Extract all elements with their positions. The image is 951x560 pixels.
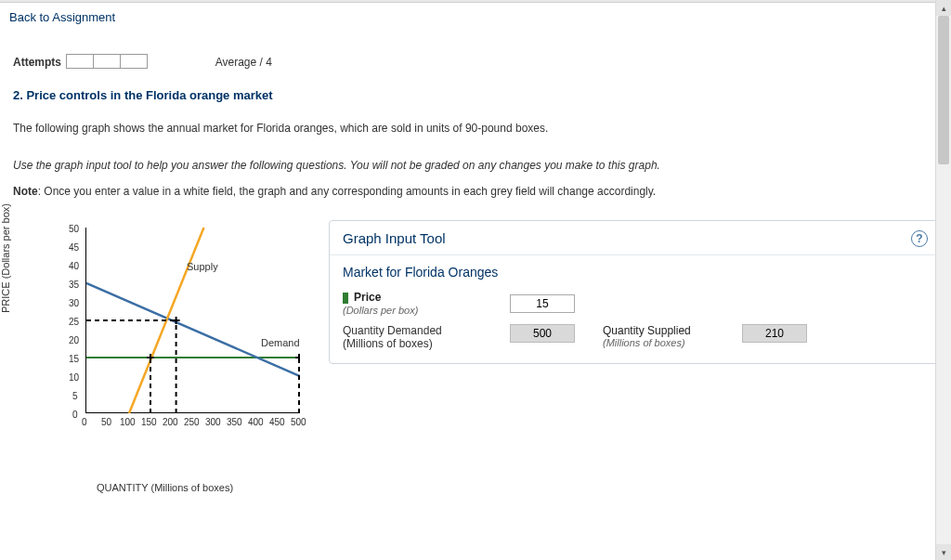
ytick-5: 5 <box>72 391 78 401</box>
xtick-300: 300 <box>205 417 221 427</box>
x-axis-label: QUANTITY (Millions of boxes) <box>97 482 233 493</box>
average-label: Average / 4 <box>215 56 272 69</box>
xtick-150: 150 <box>141 417 157 427</box>
help-icon[interactable]: ? <box>911 230 928 247</box>
qty-demanded-unit: (Millions of boxes) <box>343 337 501 350</box>
plot-svg <box>86 228 300 413</box>
qty-demanded-output <box>510 324 575 343</box>
price-input[interactable] <box>510 294 575 313</box>
scroll-down-icon[interactable]: ▾ <box>936 544 951 560</box>
ytick-35: 35 <box>69 280 79 290</box>
qty-supplied-unit: (Millions of boxes) <box>603 337 733 348</box>
xtick-200: 200 <box>163 417 178 427</box>
plot-area[interactable]: Supply Demand <box>85 228 299 413</box>
scroll-track[interactable] <box>936 16 951 544</box>
ytick-20: 20 <box>69 335 79 345</box>
ytick-25: 25 <box>69 317 79 327</box>
xtick-250: 250 <box>184 417 200 427</box>
intro-text: The following graph shows the annual mar… <box>13 121 942 137</box>
price-unit: (Dollars per box) <box>343 305 418 316</box>
attempts-label: Attempts <box>13 56 61 69</box>
note-body: : Once you enter a value in a white fiel… <box>38 185 657 198</box>
scroll-up-icon[interactable]: ▴ <box>936 0 951 16</box>
price-color-chip <box>343 293 348 304</box>
ytick-40: 40 <box>69 261 79 271</box>
y-axis-label: PRICE (Dollars per box) <box>0 203 11 313</box>
ytick-15: 15 <box>69 354 79 364</box>
graph-input-tool-panel: Graph Input Tool ? Market for Florida Or… <box>329 220 942 364</box>
attempt-slot-2 <box>93 54 121 69</box>
back-to-assignment-link[interactable]: Back to Assignment <box>9 10 115 24</box>
question-title: 2. Price controls in the Florida orange … <box>13 88 942 102</box>
qty-demanded-label: Quantity Demanded <box>343 324 501 337</box>
xtick-450: 450 <box>269 417 285 427</box>
note-text: Note: Once you enter a value in a white … <box>13 185 942 198</box>
xtick-350: 350 <box>227 417 242 427</box>
tool-subtitle: Market for Florida Oranges <box>330 254 941 285</box>
ytick-0: 0 <box>72 410 78 420</box>
demand-curve <box>86 283 300 376</box>
vertical-scrollbar[interactable]: ▴ ▾ <box>935 0 951 560</box>
ytick-30: 30 <box>69 298 79 308</box>
attempts-boxes <box>66 54 147 72</box>
qty-supplied-label: Quantity Supplied <box>603 324 733 337</box>
xtick-0: 0 <box>82 417 87 427</box>
xtick-400: 400 <box>248 417 264 427</box>
instruction-text: Use the graph input tool to help you ans… <box>13 159 942 172</box>
ytick-10: 10 <box>69 372 79 383</box>
ytick-45: 45 <box>69 242 79 253</box>
qty-supplied-output <box>742 324 807 343</box>
scroll-thumb[interactable] <box>938 16 949 164</box>
note-prefix: Note <box>13 185 38 198</box>
supply-demand-chart[interactable]: PRICE (Dollars per box) <box>41 220 329 462</box>
supply-label: Supply <box>187 261 218 272</box>
xtick-100: 100 <box>120 417 136 427</box>
attempt-slot-1 <box>66 54 94 69</box>
ytick-50: 50 <box>69 224 79 234</box>
price-label: Price <box>354 291 381 304</box>
xtick-50: 50 <box>101 417 111 427</box>
attempt-slot-3 <box>120 54 148 69</box>
tool-title: Graph Input Tool <box>343 230 446 246</box>
xtick-500: 500 <box>291 417 306 427</box>
demand-label: Demand <box>261 337 300 348</box>
